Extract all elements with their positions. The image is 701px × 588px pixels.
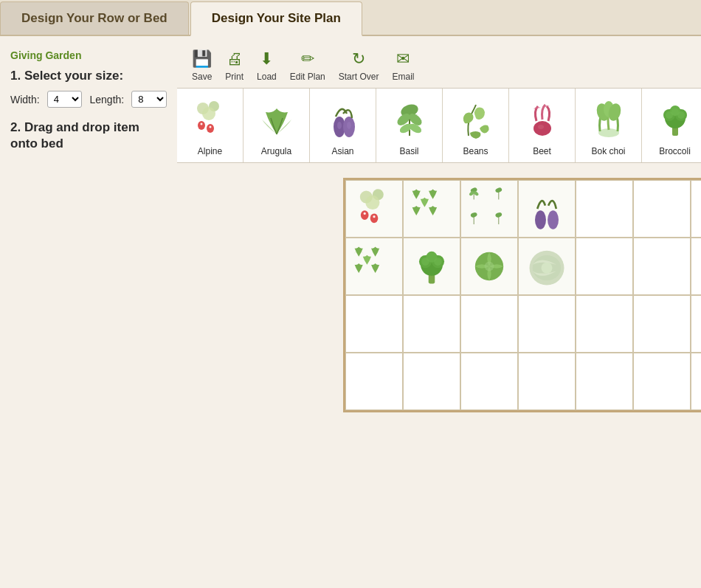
drag-drop-title: 2. Drag and drop item onto bed — [10, 120, 167, 152]
bok-choi-label: Bok choi — [591, 146, 625, 156]
plant-item-broccoli[interactable]: Broccoli — [642, 89, 701, 162]
grid-cell-3-2[interactable] — [460, 353, 518, 410]
length-label: Length: — [89, 94, 124, 106]
svg-point-10 — [347, 122, 351, 129]
plant-row: Alpine Arugula — [177, 89, 701, 162]
grid-cell-3-4[interactable] — [576, 353, 633, 410]
grid-cell-1-3[interactable] — [518, 238, 576, 295]
grid-cell-1-5[interactable] — [633, 238, 691, 295]
basil-icon — [386, 96, 433, 143]
plant-item-beans[interactable]: Beans — [443, 89, 509, 162]
plant-item-asian[interactable]: Asian — [310, 89, 376, 162]
grid-cell-1-4[interactable] — [576, 238, 633, 295]
tab-row-bed[interactable]: Design Your Row or Bed — [0, 1, 189, 35]
svg-point-52 — [365, 196, 379, 210]
garden-grid[interactable] — [343, 178, 701, 412]
svg-point-63 — [535, 210, 546, 229]
grid-cell-3-5[interactable] — [633, 353, 691, 410]
arugula-label: Arugula — [261, 146, 291, 156]
right-panel: 💾 Save 🖨 Print ⬇ Load ✏ Edit Plan ↻ — [177, 44, 701, 427]
grid-cell-0-0[interactable] — [345, 180, 403, 238]
asian-label: Asian — [331, 146, 353, 156]
asian-icon — [320, 96, 367, 143]
basil-label: Basil — [399, 146, 418, 156]
width-select[interactable]: 42356 — [47, 91, 83, 108]
arugula-icon — [253, 96, 300, 143]
plant-row-container: Alpine Arugula — [177, 88, 701, 163]
grid-cell-2-2[interactable] — [460, 295, 518, 353]
garden-area — [177, 163, 701, 427]
grid-cell-3-3[interactable] — [518, 353, 576, 410]
svg-point-3 — [198, 121, 205, 130]
grid-cell-0-5[interactable] — [633, 180, 691, 238]
size-controls: Width: 42356 Length: 8461012 — [10, 91, 167, 108]
plant-item-alpine[interactable]: Alpine — [177, 89, 244, 162]
plant-item-bok-choi[interactable]: Bok choi — [576, 89, 642, 162]
grid-cell-0-2[interactable] — [460, 180, 518, 238]
broccoli-label: Broccoli — [659, 146, 691, 156]
grid-cell-1-2[interactable] — [460, 238, 518, 295]
grid-cell-2-6[interactable] — [691, 295, 701, 353]
email-button[interactable]: ✉ Email — [392, 49, 414, 82]
svg-point-17 — [538, 125, 544, 129]
grid-cell-0-1[interactable] — [403, 180, 460, 238]
beans-label: Beans — [463, 146, 488, 156]
svg-point-73 — [485, 262, 494, 271]
svg-point-53 — [361, 210, 369, 220]
svg-point-64 — [548, 210, 559, 229]
edit-icon: ✏ — [301, 49, 314, 69]
svg-point-62 — [495, 212, 503, 218]
svg-point-56 — [373, 215, 375, 218]
grid-cell-2-3[interactable] — [518, 295, 576, 353]
print-icon: 🖨 — [227, 49, 243, 69]
svg-point-6 — [209, 126, 211, 128]
grid-cell-1-1[interactable] — [403, 238, 460, 295]
sidebar: Giving Garden 1. Select your size: Width… — [0, 44, 177, 427]
plant-item-beet[interactable]: Beet — [509, 89, 576, 162]
select-size-title: 1. Select your size: — [10, 69, 167, 83]
grid-cell-2-4[interactable] — [576, 295, 633, 353]
grid-cell-2-0[interactable] — [345, 295, 403, 353]
edit-plan-button[interactable]: ✏ Edit Plan — [290, 49, 325, 82]
plant-item-arugula[interactable]: Arugula — [244, 89, 310, 162]
width-label: Width: — [10, 94, 40, 106]
grid-cell-3-0[interactable] — [345, 353, 403, 410]
main-content: Giving Garden 1. Select your size: Width… — [0, 36, 701, 427]
tabs-container: Design Your Row or Bed Design Your Site … — [0, 0, 701, 36]
grid-cell-2-5[interactable] — [633, 295, 691, 353]
broccoli-icon — [652, 96, 699, 143]
save-button[interactable]: 💾 Save — [192, 49, 212, 82]
print-button[interactable]: 🖨 Print — [225, 49, 244, 82]
header-row: 💾 Save 🖨 Print ⬇ Load ✏ Edit Plan ↻ — [177, 44, 701, 88]
email-icon: ✉ — [396, 49, 410, 69]
plant-item-basil[interactable]: Basil — [376, 89, 443, 162]
grid-cell-0-3[interactable] — [518, 180, 576, 238]
length-select[interactable]: 8461012 — [131, 91, 167, 108]
alpine-icon — [187, 96, 234, 143]
save-icon: 💾 — [192, 49, 212, 69]
svg-point-61 — [470, 212, 477, 218]
load-icon: ⬇ — [260, 49, 273, 69]
svg-point-2 — [202, 107, 215, 120]
load-button[interactable]: ⬇ Load — [257, 49, 277, 82]
bok-choi-icon — [585, 96, 632, 143]
svg-point-60 — [495, 187, 503, 193]
svg-point-71 — [434, 257, 442, 266]
tab-site-plan[interactable]: Design Your Site Plan — [190, 1, 362, 36]
alpine-label: Alpine — [198, 146, 222, 156]
grid-cell-3-1[interactable] — [403, 353, 460, 410]
svg-point-76 — [542, 263, 553, 274]
start-over-button[interactable]: ↻ Start Over — [339, 49, 379, 82]
grid-cell-1-6[interactable] — [691, 238, 701, 295]
grid-cell-2-1[interactable] — [403, 295, 460, 353]
grid-cell-0-6[interactable] — [691, 180, 701, 238]
beans-icon — [452, 96, 500, 143]
giving-garden-label: Giving Garden — [10, 49, 167, 61]
grid-cell-0-4[interactable] — [576, 180, 633, 238]
beet-label: Beet — [533, 146, 551, 156]
grid-cell-1-0[interactable] — [345, 238, 403, 295]
toolbar: 💾 Save 🖨 Print ⬇ Load ✏ Edit Plan ↻ — [177, 44, 429, 88]
grid-cell-3-6[interactable] — [691, 353, 701, 410]
svg-point-55 — [364, 212, 366, 215]
svg-point-70 — [421, 257, 429, 266]
